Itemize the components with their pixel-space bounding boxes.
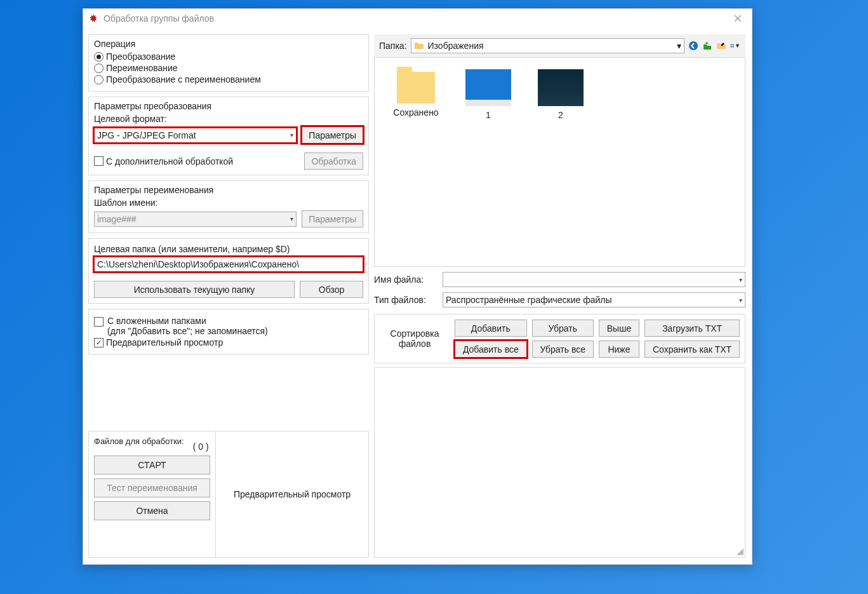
image-thumb-2[interactable]: 2 <box>533 69 588 120</box>
move-up-button[interactable]: Выше <box>599 320 639 337</box>
file-actions-bar: Сортировка файлов Добавить Убрать Выше З… <box>374 314 745 363</box>
image-thumb-icon <box>465 69 511 106</box>
extra-processing-checkbox[interactable]: С дополнительной обработкой <box>94 156 299 166</box>
svg-rect-2 <box>732 44 733 45</box>
image-thumb-1[interactable]: 1 <box>461 69 516 120</box>
thumb-label: 1 <box>486 110 491 120</box>
radio-indicator-icon <box>94 75 103 84</box>
preview-label: Предварительный просмотр <box>106 337 223 348</box>
file-browser-area[interactable]: Сохранено 1 2 <box>374 58 745 267</box>
load-txt-button[interactable]: Загрузить TXT <box>644 320 740 337</box>
pattern-label: Шаблон имени: <box>94 198 363 208</box>
chevron-down-icon: ▾ <box>739 276 742 283</box>
thumb-label: Сохранено <box>393 107 438 118</box>
operation-group: Операция Преобразование Переименование П… <box>88 34 369 91</box>
radio-indicator-icon <box>94 64 103 73</box>
target-folder-legend: Целевая папка (или заменители, например … <box>94 244 363 254</box>
move-down-button[interactable]: Ниже <box>599 341 639 358</box>
sort-header-2: файлов <box>399 339 431 349</box>
summary-block: Файлов для обработки: ( 0 ) СТАРТ Тест п… <box>88 431 369 558</box>
filename-label: Имя файла: <box>374 274 437 285</box>
browse-button[interactable]: Обзор <box>300 281 363 298</box>
save-txt-button[interactable]: Сохранить как TXT <box>644 341 740 358</box>
folder-select-value: Изображения <box>428 41 484 51</box>
svg-rect-1 <box>730 44 731 45</box>
radio-indicator-icon <box>94 52 103 62</box>
extra-processing-label: С дополнительной обработкой <box>106 156 233 166</box>
svg-point-0 <box>689 41 698 50</box>
files-count-label: Файлов для обработки: <box>94 436 184 447</box>
batch-dialog-window: Обработка группы файлов Операция Преобра… <box>83 8 752 565</box>
rename-params-button: Параметры <box>302 210 363 227</box>
subfolders-checkbox[interactable]: С вложенными папками (для "Добавить все"… <box>107 316 268 336</box>
window-title: Обработка группы файлов <box>103 13 726 24</box>
output-file-list[interactable]: ◢ <box>374 367 745 558</box>
chevron-down-icon: ▾ <box>290 215 293 222</box>
convert-legend: Параметры преобразования <box>94 101 363 111</box>
start-button[interactable]: СТАРТ <box>94 456 210 475</box>
sort-header: Сортировка файлов <box>380 328 450 349</box>
resize-grip-icon[interactable]: ◢ <box>737 546 744 556</box>
name-pattern-value: image### <box>97 214 137 224</box>
folder-icon <box>414 41 424 51</box>
filename-combo[interactable]: ▾ <box>443 272 745 287</box>
up-folder-icon[interactable] <box>702 41 712 51</box>
svg-rect-4 <box>732 46 733 47</box>
chevron-down-icon: ▾ <box>677 41 681 51</box>
close-button[interactable] <box>726 10 749 27</box>
folder-label: Папка: <box>379 41 407 51</box>
folder-select[interactable]: Изображения ▾ <box>411 38 684 53</box>
rename-legend: Параметры переименования <box>94 185 363 195</box>
operation-legend: Операция <box>94 39 363 49</box>
chevron-down-icon: ▾ <box>290 132 293 138</box>
target-format-select[interactable]: JPG - JPG/JPEG Format ▾ <box>94 128 297 143</box>
radio-convert[interactable]: Преобразование <box>94 51 363 62</box>
subfolders-label-1: С вложенными папками <box>107 316 268 326</box>
add-button[interactable]: Добавить <box>455 320 527 337</box>
svg-rect-3 <box>730 46 731 47</box>
radio-convert-label: Преобразование <box>106 51 175 62</box>
new-folder-icon[interactable] <box>716 41 726 51</box>
target-folder-value: C:\Users\zheni\Desktop\Изображения\Сохра… <box>97 259 299 269</box>
files-count-value: ( 0 ) <box>193 442 209 452</box>
test-rename-button: Тест переименования <box>94 478 210 497</box>
filetype-label: Тип файлов: <box>374 295 437 305</box>
app-icon <box>88 13 98 24</box>
chevron-down-icon: ▾ <box>739 297 742 304</box>
folder-icon <box>397 72 435 104</box>
titlebar: Обработка группы файлов <box>83 9 752 28</box>
filetype-value: Распространённые графические файлы <box>446 295 612 305</box>
rename-params-group: Параметры переименования Шаблон имени: i… <box>88 180 369 233</box>
back-icon[interactable] <box>688 41 698 51</box>
preview-pane-label: Предварительный просмотр <box>234 489 351 499</box>
radio-rename-label: Переименование <box>106 63 178 73</box>
preview-pane: Предварительный просмотр <box>216 431 368 557</box>
convert-params-group: Параметры преобразования Целевой формат:… <box>88 97 369 175</box>
cancel-button[interactable]: Отмена <box>94 501 210 520</box>
target-format-label: Целевой формат: <box>94 114 363 124</box>
target-folder-group: Целевая папка (или заменители, например … <box>88 238 369 304</box>
radio-convert-rename-label: Преобразование с переименованием <box>106 74 261 84</box>
radio-rename[interactable]: Переименование <box>94 63 363 73</box>
sort-header-1: Сортировка <box>391 328 439 339</box>
folder-thumb-saved[interactable]: Сохранено <box>389 69 443 118</box>
image-thumb-icon <box>538 69 584 106</box>
format-params-button[interactable]: Параметры <box>302 126 363 144</box>
checkbox-indicator-icon <box>94 317 103 327</box>
use-current-folder-button[interactable]: Использовать текущую папку <box>94 281 295 298</box>
checkbox-indicator-icon <box>94 338 103 348</box>
view-mode-dropdown[interactable]: ▼ <box>730 41 740 51</box>
processing-button: Обработка <box>304 152 363 170</box>
remove-button[interactable]: Убрать <box>532 320 594 337</box>
options-group: С вложенными папками (для "Добавить все"… <box>88 309 369 354</box>
target-format-value: JPG - JPG/JPEG Format <box>97 130 196 140</box>
remove-all-button[interactable]: Убрать все <box>532 341 594 358</box>
add-all-button[interactable]: Добавить все <box>455 341 527 358</box>
target-folder-input[interactable]: C:\Users\zheni\Desktop\Изображения\Сохра… <box>94 257 363 272</box>
subfolders-label-2: (для "Добавить все"; не запоминается) <box>107 326 268 336</box>
radio-convert-rename[interactable]: Преобразование с переименованием <box>94 74 363 84</box>
checkbox-indicator-icon <box>94 156 103 166</box>
name-pattern-input: image### ▾ <box>94 212 297 227</box>
preview-checkbox[interactable]: Предварительный просмотр <box>94 337 363 348</box>
filetype-combo[interactable]: Распространённые графические файлы ▾ <box>443 292 745 307</box>
